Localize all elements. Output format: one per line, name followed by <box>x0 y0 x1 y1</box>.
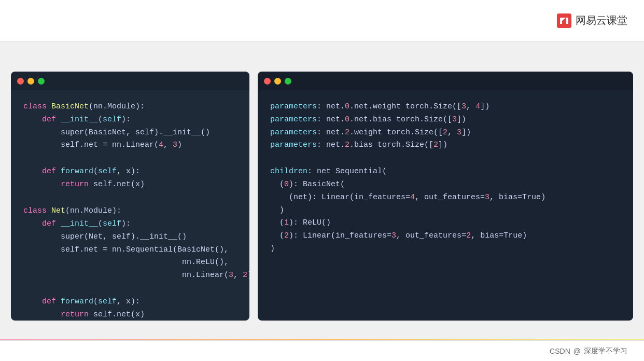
code-token: 2 <box>345 141 349 149</box>
code-token: 2 <box>433 141 438 149</box>
code-token: (nn.Module): <box>65 206 121 215</box>
code-token <box>23 167 42 176</box>
code-token: Net <box>51 206 65 215</box>
code-token: (net): Linear(in_features= <box>270 193 410 202</box>
code-token: 4 <box>475 102 480 111</box>
code-token: BasicNet <box>51 102 89 111</box>
code-token: .net.weight torch.Size([ <box>349 102 461 111</box>
code-token: 2 <box>345 128 349 137</box>
code-token: ]) <box>438 141 447 149</box>
right-code-panel: parameters: net.0.net.weight torch.Size(… <box>258 72 633 321</box>
code-token: return <box>61 310 93 319</box>
code-line: return self.net(x) <box>23 178 237 191</box>
brand-logo: 网易云课堂 <box>557 13 627 28</box>
code-line: super(Net, self).__init__() <box>23 231 237 244</box>
code-token: ( <box>93 167 98 176</box>
code-token <box>23 180 61 189</box>
code-line: (2): Linear(in_features=3, out_features=… <box>270 230 621 243</box>
code-line: ) <box>270 204 621 217</box>
code-token: ]) <box>461 128 471 137</box>
code-token: nn.Linear( <box>23 271 229 280</box>
code-token: nn.ReLU(), <box>23 258 229 267</box>
code-line: nn.ReLU(), <box>23 256 237 269</box>
code-token: (nn.Module): <box>89 102 145 111</box>
code-token: ( <box>93 297 98 306</box>
code-line: parameters: net.0.net.weight torch.Size(… <box>270 101 621 114</box>
code-line: ) <box>270 243 621 256</box>
code-token: self <box>103 115 121 124</box>
code-token <box>23 297 42 306</box>
code-token: 2 <box>284 231 289 240</box>
code-token: super(Net, self).__init__() <box>23 232 187 241</box>
code-token: super(BasicNet, self).__init__() <box>23 128 210 137</box>
code-line: def forward(self, x): <box>23 165 237 178</box>
code-token: )) <box>247 271 249 280</box>
code-line: parameters: net.0.net.bias torch.Size([3… <box>270 114 621 127</box>
code-token: self.net = nn.Linear( <box>23 141 159 149</box>
dot-green-left <box>38 78 45 85</box>
dot-green-right <box>285 78 291 85</box>
blank-line <box>23 191 237 205</box>
code-line: self.net = nn.Sequential(BasicNet(), <box>23 244 237 257</box>
code-token <box>23 310 61 319</box>
code-token: , <box>163 141 173 149</box>
code-token: self <box>98 167 117 176</box>
code-token <box>23 115 42 124</box>
code-token: class <box>23 102 51 111</box>
blank-line <box>270 152 621 165</box>
code-token: : net. <box>317 115 345 124</box>
code-token: ( <box>270 231 284 240</box>
code-token: 1 <box>284 218 289 227</box>
code-token: 3 <box>485 193 489 202</box>
code-token: class <box>23 206 51 215</box>
code-token: forward <box>61 167 93 176</box>
code-token: ]) <box>457 115 466 124</box>
code-line: return self.net(x) <box>23 309 237 321</box>
code-token: 3 <box>457 128 461 137</box>
code-token: 0 <box>345 115 349 124</box>
code-token: __init__ <box>61 115 98 124</box>
code-token: ( <box>98 219 103 228</box>
code-token: ]) <box>480 102 489 111</box>
code-token: self.net(x) <box>93 310 145 319</box>
blank-line <box>23 282 237 296</box>
code-token <box>23 219 42 228</box>
code-token: 3 <box>229 271 233 280</box>
code-token: , <box>447 128 457 137</box>
brand-name: 网易云课堂 <box>576 13 627 27</box>
code-token: 3 <box>461 102 466 111</box>
code-panels: class BasicNet(nn.Module): def __init__(… <box>11 72 633 321</box>
code-line: def forward(self, x): <box>23 296 237 309</box>
code-token: : net. <box>317 102 345 111</box>
code-token: , x): <box>117 297 140 306</box>
left-titlebar <box>11 72 249 90</box>
code-line: nn.Linear(3, 2)) <box>23 269 237 282</box>
code-token: parameters <box>270 115 317 124</box>
code-token: , <box>466 102 475 111</box>
csdn-label: CSDN <box>550 347 570 355</box>
code-token: def <box>42 297 61 306</box>
code-token: ): <box>121 219 131 228</box>
code-token: ) <box>270 244 275 253</box>
code-line: parameters: net.2.bias torch.Size([2]) <box>270 139 621 152</box>
code-token: parameters <box>270 102 317 111</box>
channel-label: 深度学不学习 <box>584 346 627 356</box>
code-token: ) <box>177 141 182 149</box>
code-token: 4 <box>159 141 163 149</box>
brand-icon <box>557 13 571 28</box>
code-token: ( <box>270 180 284 189</box>
code-token: .net.bias torch.Size([ <box>349 115 452 124</box>
code-token: : net Sequential( <box>307 167 387 176</box>
bottom-separator: @ <box>573 347 581 355</box>
code-token: 4 <box>410 193 415 202</box>
code-line: (1): ReLU() <box>270 217 621 230</box>
code-line: def __init__(self): <box>23 114 237 127</box>
code-token: , bias=True) <box>471 231 527 240</box>
code-token: .weight torch.Size([ <box>349 128 443 137</box>
top-bar: 网易云课堂 <box>0 0 644 41</box>
code-token: parameters <box>270 128 317 137</box>
code-token: 2 <box>443 128 447 137</box>
code-line: children: net Sequential( <box>270 165 621 178</box>
code-token: children <box>270 167 307 176</box>
code-token: def <box>42 115 61 124</box>
